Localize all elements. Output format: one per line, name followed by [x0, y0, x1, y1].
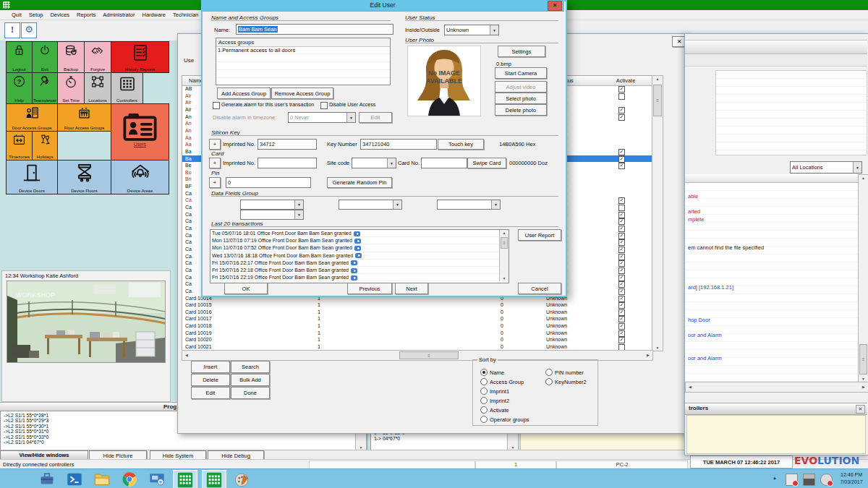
- tile-door-access-groups[interactable]: Door Access Groups: [6, 103, 58, 132]
- row-activate-checkbox[interactable]: ✓: [618, 267, 625, 274]
- users-table-vscrollbar[interactable]: ▲ ≡ ▼: [652, 75, 663, 351]
- user-report-button[interactable]: User Report: [518, 229, 561, 241]
- row-activate-checkbox[interactable]: ✓: [618, 156, 625, 163]
- alert-button[interactable]: !: [4, 22, 20, 38]
- event-item[interactable]: oor and Alarm: [688, 332, 722, 338]
- camera-icon[interactable]: [354, 239, 361, 244]
- event-item[interactable]: mplete: [688, 216, 705, 223]
- taskbar-icon-evolution[interactable]: [173, 470, 197, 488]
- transactions-vscrollbar[interactable]: ▲ ≡ ▼: [499, 230, 509, 281]
- generate-alarm-checkbox[interactable]: [213, 102, 220, 109]
- row-activate-checkbox[interactable]: ✓: [618, 309, 625, 316]
- search-button[interactable]: Search: [231, 361, 270, 373]
- touch-key-button[interactable]: Touch key: [438, 139, 484, 150]
- menu-item-hardware[interactable]: Hardware: [142, 12, 166, 18]
- sort-option-name[interactable]: Name: [480, 369, 504, 376]
- menu-item-setup[interactable]: Setup: [29, 12, 43, 18]
- disable-user-access-checkbox[interactable]: [320, 102, 328, 109]
- dialog-close-button[interactable]: ✕: [548, 1, 562, 11]
- ok-button[interactable]: OK: [224, 283, 268, 294]
- key-number-input[interactable]: 347121040: [360, 139, 437, 150]
- row-activate-checkbox[interactable]: ✓: [618, 330, 625, 337]
- pin-input[interactable]: 0: [226, 177, 311, 188]
- taskbar-icon-chrome[interactable]: [118, 470, 141, 488]
- tile-locations[interactable]: Locations: [84, 72, 111, 104]
- table-row[interactable]: Card 1001910Unknown✓: [182, 330, 652, 337]
- tile-set-time[interactable]: Set Time: [57, 72, 85, 104]
- data-field-select-3[interactable]: ▼: [437, 200, 501, 210]
- camera-icon[interactable]: [354, 231, 360, 236]
- tray-clock-icon[interactable]: [820, 474, 833, 486]
- events-vscrollbar[interactable]: ▲ ≡ ▼: [858, 174, 868, 382]
- card-no-input[interactable]: [421, 158, 467, 168]
- silicon-plus-button[interactable]: +: [209, 139, 221, 150]
- taskbar-icon-briefcase[interactable]: [35, 470, 59, 488]
- pin-plus-button[interactable]: +: [209, 177, 221, 188]
- row-activate-checkbox[interactable]: [618, 205, 625, 211]
- disable-alarm-timezone-select[interactable]: 0 Never▼: [288, 112, 356, 123]
- row-activate-checkbox[interactable]: ✓: [618, 323, 625, 330]
- tray-alert-icon[interactable]: [786, 474, 798, 486]
- tile-history-reports[interactable]: History Reports: [111, 41, 169, 73]
- menu-item-administrator[interactable]: Administrator: [103, 12, 135, 18]
- row-activate-checkbox[interactable]: ✓: [618, 288, 625, 295]
- camera-icon[interactable]: [351, 268, 357, 273]
- event-item[interactable]: ard] [192.168.1.21]: [688, 284, 733, 291]
- menu-item-technician[interactable]: Technician: [173, 12, 198, 18]
- sort-option-access-group[interactable]: Access Group: [480, 378, 524, 385]
- sort-option-imprint2[interactable]: Imprint2: [480, 397, 509, 404]
- start-camera-button[interactable]: Start Camera: [495, 67, 547, 79]
- access-group-item[interactable]: 1.Permanent access to all doors: [216, 47, 390, 54]
- events-hscrollbar[interactable]: ◀ ▶: [685, 382, 868, 393]
- tile-device-doors[interactable]: Device Doors: [6, 160, 58, 194]
- taskbar-icon-powershell[interactable]: [63, 470, 86, 488]
- event-item[interactable]: hop Door: [688, 317, 710, 323]
- event-item[interactable]: arted: [688, 208, 700, 215]
- sort-option-activate[interactable]: Activate: [480, 406, 509, 414]
- row-activate-checkbox[interactable]: ✓: [618, 149, 625, 155]
- table-row[interactable]: Card 1001710Unknown✓: [182, 315, 652, 322]
- cancel-button[interactable]: Cancel: [518, 283, 561, 294]
- tile-timezones[interactable]: Timezones: [6, 131, 33, 160]
- sort-option-keynumber2[interactable]: KeyNumber2: [545, 378, 587, 385]
- previous-button[interactable]: Previous: [347, 283, 392, 294]
- transaction-row[interactable]: Tue 05/07/16 18:01 Office Front Door Bam…: [210, 230, 498, 237]
- table-row[interactable]: Card 1001510Unknown✓: [182, 301, 652, 309]
- menu-item-reports[interactable]: Reports: [77, 12, 95, 18]
- transaction-row[interactable]: Wed 13/07/16 18:18 Office Front Door Bam…: [210, 252, 498, 260]
- row-activate-checkbox[interactable]: ✓: [618, 107, 625, 114]
- transaction-row[interactable]: Fri 15/07/16 22:19 Office Front Door Bam…: [210, 274, 498, 281]
- transaction-row[interactable]: Mon 11/07/16 07:19 Office Front Door Bam…: [210, 237, 498, 244]
- name-input[interactable]: Bam Bam Sean: [236, 24, 393, 35]
- imprinted-no-input[interactable]: 34712: [258, 139, 317, 150]
- edit-button[interactable]: Edit: [191, 387, 230, 399]
- tile-holidays[interactable]: Holidays: [32, 131, 58, 160]
- sort-option-imprint1[interactable]: Imprint1: [480, 388, 509, 395]
- done-button[interactable]: Done: [231, 387, 270, 399]
- tile-device-floors[interactable]: Device Floors: [57, 160, 111, 194]
- row-activate-checkbox[interactable]: ✓: [618, 86, 625, 93]
- taskbar-icon-paint[interactable]: [231, 470, 254, 488]
- swipe-card-button[interactable]: Swipe Card: [467, 158, 506, 168]
- next-button[interactable]: Next: [395, 283, 428, 294]
- edit-timezone-button[interactable]: Edit: [359, 112, 392, 123]
- row-activate-checkbox[interactable]: ✓: [618, 212, 625, 218]
- row-activate-checkbox[interactable]: ✓: [618, 163, 625, 169]
- row-activate-checkbox[interactable]: ✓: [618, 226, 625, 232]
- event-item[interactable]: em cannot find the file specified: [688, 244, 764, 251]
- transactions-list[interactable]: Tue 05/07/16 18:01 Office Front Door Bam…: [210, 229, 509, 283]
- remove-access-group-button[interactable]: Remove Access Group: [271, 87, 333, 99]
- settings-button[interactable]: ⚙: [21, 22, 37, 38]
- taskbar-clock[interactable]: 12:46 PM 7/03/2017: [836, 471, 867, 486]
- row-activate-checkbox[interactable]: ✓: [618, 281, 625, 288]
- table-row[interactable]: Card 1001810Unknown✓: [182, 322, 652, 330]
- generate-random-pin-button[interactable]: Generate Random Pin: [327, 177, 392, 188]
- tile-users[interactable]: Users: [111, 103, 169, 160]
- events-list[interactable]: ableartedmpleteem cannot find the file s…: [685, 183, 858, 381]
- event-item[interactable]: able: [688, 193, 698, 200]
- camera-icon[interactable]: [351, 260, 357, 265]
- select-photo-button[interactable]: Select photo: [495, 93, 547, 104]
- delete-photo-button[interactable]: Delete photo: [495, 104, 547, 116]
- table-row[interactable]: Card 1001610Unknown✓: [182, 309, 652, 316]
- column-header-activate[interactable]: Activate: [602, 77, 650, 84]
